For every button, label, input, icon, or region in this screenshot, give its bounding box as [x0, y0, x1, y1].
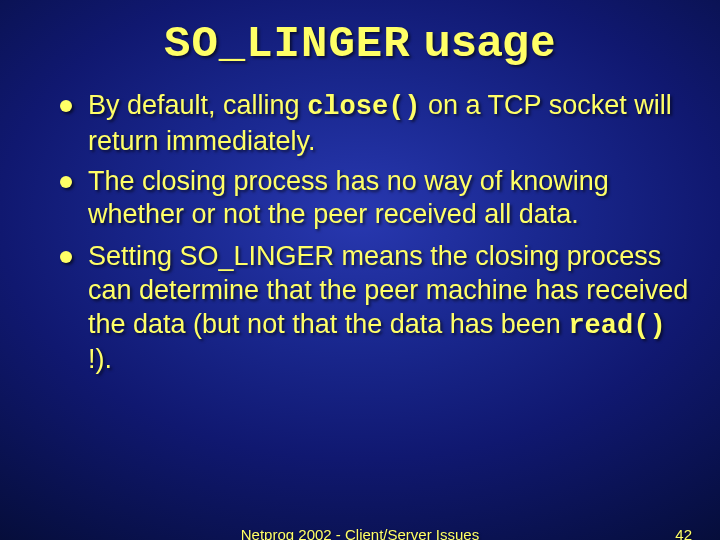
bullet-text-post: !). — [88, 344, 112, 374]
bullet-item: Setting SO_LINGER means the closing proc… — [60, 240, 690, 377]
slide-title: SO_LINGER usage — [0, 0, 720, 69]
page-number: 42 — [675, 526, 692, 540]
slide-body: By default, calling close() on a TCP soc… — [0, 69, 720, 377]
bullet-text-pre: By default, calling — [88, 90, 307, 120]
slide: SO_LINGER usage By default, calling clos… — [0, 0, 720, 540]
bullet-item: By default, calling close() on a TCP soc… — [60, 89, 690, 159]
title-code: SO_LINGER — [164, 19, 411, 69]
bullet-code: close() — [307, 92, 420, 122]
bullet-text-pre: The closing process has no way of knowin… — [88, 166, 609, 230]
footer-text: Netprog 2002 - Client/Server Issues — [0, 526, 720, 540]
bullet-item: The closing process has no way of knowin… — [60, 165, 690, 235]
bullet-code: read() — [568, 311, 665, 341]
title-rest: usage — [411, 16, 556, 65]
